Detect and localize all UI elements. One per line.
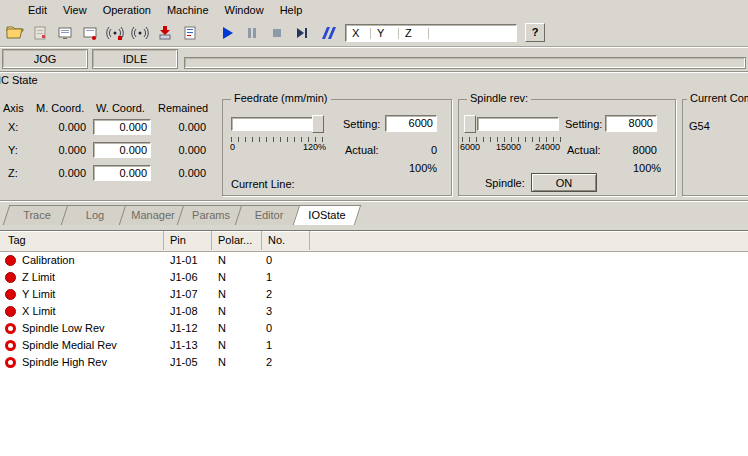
new-file-icon[interactable]: [29, 22, 51, 44]
start-icon[interactable]: [216, 22, 238, 44]
io-polarity: N: [218, 320, 226, 337]
io-polarity: N: [218, 269, 226, 286]
io-indicator-icon: [5, 357, 16, 368]
feedrate-setting-value: 6000: [409, 117, 433, 129]
axis-display-z: Z: [405, 26, 412, 40]
io-pin: J1-06: [170, 269, 198, 286]
feedrate-percent: 100%: [409, 162, 437, 174]
axis-label: Z:: [8, 163, 18, 183]
trace-window-icon[interactable]: [54, 22, 76, 44]
menu-bar: Edit View Operation Machine Window Help: [0, 0, 748, 19]
io-pin: J1-08: [170, 303, 198, 320]
io-table-header: Tag Pin Polar... No.: [0, 231, 748, 252]
io-table-row[interactable]: Y LimitJ1-07N2: [0, 286, 748, 303]
open-file-icon[interactable]: [4, 22, 26, 44]
io-table-row[interactable]: Spindle High RevJ1-05N2: [0, 354, 748, 371]
io-state-panel: Tag Pin Polar... No. CalibrationJ1-01N0Z…: [0, 230, 748, 456]
separator-line: [0, 71, 748, 72]
tab-label: Log: [64, 205, 126, 225]
io-table-row[interactable]: Spindle Medial RevJ1-13N1: [0, 337, 748, 354]
feedrate-group-title: Feedrate (mm/min): [231, 92, 331, 104]
io-no: 1: [266, 269, 272, 286]
spindle-group: Spindle rev: 6000 15000 24000 Setting: 8…: [458, 99, 676, 196]
menu-operation[interactable]: Operation: [95, 3, 159, 17]
io-polarity: N: [218, 252, 226, 269]
feedrate-slider[interactable]: [231, 117, 316, 131]
io-polarity: N: [218, 286, 226, 303]
coord-row: Z:0.0000.0000.000: [0, 163, 216, 186]
io-pin: J1-05: [170, 354, 198, 371]
io-header-pin[interactable]: Pin: [164, 231, 212, 250]
spindle-setting-value: 8000: [629, 117, 653, 129]
tab-editor[interactable]: Editor: [238, 205, 300, 225]
io-tag: X Limit: [22, 303, 56, 320]
tab-manager[interactable]: Manager: [122, 205, 184, 225]
remained-value: 0.000: [154, 117, 206, 137]
feedrate-slider-thumb[interactable]: [312, 115, 324, 133]
coord-row: X:0.0000.0000.000: [0, 117, 216, 140]
edit-program-icon[interactable]: [179, 22, 201, 44]
current-command-group: Current Com G54: [682, 99, 748, 196]
io-no: 3: [266, 303, 272, 320]
wireless-icon[interactable]: [129, 22, 151, 44]
axis-display[interactable]: X Y Z: [345, 24, 517, 42]
spindle-slider-thumb[interactable]: [464, 115, 476, 133]
io-no: 0: [266, 320, 272, 337]
help-button[interactable]: ?: [525, 23, 545, 42]
io-polarity: N: [218, 337, 226, 354]
machine-coord-value: 0.000: [28, 117, 86, 137]
menu-edit[interactable]: Edit: [20, 3, 55, 17]
io-header-polarity[interactable]: Polar...: [212, 231, 262, 250]
remained-value: 0.000: [154, 140, 206, 160]
cnc-control-window: { "menu": { "items": ["Edit", "View", "O…: [0, 0, 748, 456]
simulate-icon[interactable]: [104, 22, 126, 44]
tab-trace[interactable]: Trace: [6, 205, 68, 225]
io-rows: CalibrationJ1-01N0Z LimitJ1-06N1Y LimitJ…: [0, 252, 748, 371]
pause-icon[interactable]: [241, 22, 263, 44]
menu-help[interactable]: Help: [272, 3, 311, 17]
io-table-row[interactable]: Spindle Low RevJ1-12N0: [0, 320, 748, 337]
tab-label: Manager: [122, 205, 184, 225]
spindle-setting-field[interactable]: 8000: [605, 115, 657, 132]
io-header-no[interactable]: No.: [262, 231, 310, 250]
io-table-row[interactable]: CalibrationJ1-01N0: [0, 252, 748, 269]
spindle-actual-value: 8000: [611, 144, 657, 156]
menu-window[interactable]: Window: [217, 3, 272, 17]
work-coord-field[interactable]: 0.000: [93, 165, 151, 181]
axis-display-divider: [428, 28, 429, 39]
coord-rows: X:0.0000.0000.000Y:0.0000.0000.000Z:0.00…: [0, 117, 216, 186]
io-indicator-icon: [5, 306, 16, 317]
feedrate-setting-field[interactable]: 6000: [385, 115, 437, 132]
tab-iostate[interactable]: IOState: [296, 205, 358, 225]
state-indicator: IDLE: [92, 49, 178, 69]
download-to-machine-icon[interactable]: [154, 22, 176, 44]
mode-indicator-label: JOG: [34, 53, 57, 65]
io-indicator-icon: [5, 289, 16, 300]
io-tag: Y Limit: [22, 286, 55, 303]
coord-header-remained: Remained: [158, 102, 208, 114]
spindle-slider[interactable]: [477, 117, 559, 131]
step-icon[interactable]: [291, 22, 313, 44]
toolbar: X Y Z ?: [0, 19, 748, 47]
io-tag: Spindle Medial Rev: [22, 337, 117, 354]
menu-machine[interactable]: Machine: [159, 3, 217, 17]
io-table-row[interactable]: X LimitJ1-08N3: [0, 303, 748, 320]
spindle-on-button[interactable]: ON: [531, 173, 597, 192]
stop-icon[interactable]: [266, 22, 288, 44]
tab-label: Trace: [6, 205, 68, 225]
axis-label: Y:: [8, 140, 18, 160]
tab-log[interactable]: Log: [64, 205, 126, 225]
work-coord-field[interactable]: 0.000: [93, 142, 151, 158]
spindle-percent: 100%: [633, 162, 661, 174]
tab-params[interactable]: Params: [180, 205, 242, 225]
skip-icon[interactable]: [316, 22, 338, 44]
io-tag: Z Limit: [22, 269, 55, 286]
io-table-row[interactable]: Z LimitJ1-06N1: [0, 269, 748, 286]
work-coord-field[interactable]: 0.000: [93, 119, 151, 135]
tab-label: IOState: [296, 205, 358, 225]
machine-coord-value: 0.000: [28, 163, 86, 183]
spindle-scale-tick-3: 24000: [535, 142, 560, 152]
io-header-tag[interactable]: Tag: [0, 231, 164, 250]
menu-view[interactable]: View: [55, 3, 95, 17]
screen-monitor-icon[interactable]: [79, 22, 101, 44]
